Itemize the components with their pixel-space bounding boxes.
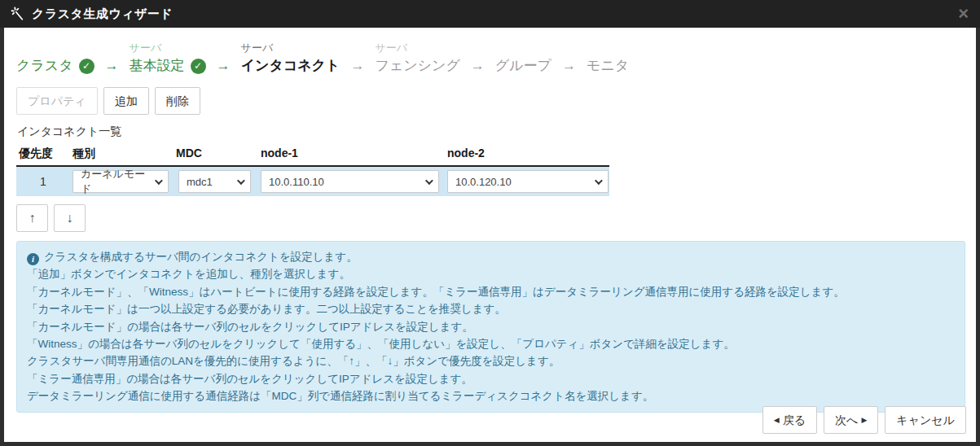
chevron-down-icon xyxy=(155,177,163,185)
step-interconnect[interactable]: サーバ インタコネクト xyxy=(241,39,341,76)
step-arrow-wrap: → xyxy=(105,39,119,76)
dialog-content: クラスタ ✓ → サーバ 基本設定 ✓ → サーバ xyxy=(4,28,976,442)
step-label: モニタ xyxy=(587,56,629,76)
check-icon: ✓ xyxy=(191,59,206,74)
arrow-icon: → xyxy=(350,56,364,76)
step-group[interactable]: グループ xyxy=(495,39,552,76)
mdc-select-value: mdc1 xyxy=(187,176,213,188)
remove-button[interactable]: 削除 xyxy=(155,87,200,115)
back-button[interactable]: ◀戻る xyxy=(762,406,817,434)
header-priority: 優先度 xyxy=(16,146,70,161)
header-type: 種別 xyxy=(70,146,176,161)
toolbar: プロパティ 追加 削除 xyxy=(16,87,966,115)
node2-select[interactable]: 10.0.120.10 xyxy=(447,170,609,193)
header-node1: node-1 xyxy=(261,146,447,161)
chevron-down-icon xyxy=(595,177,603,185)
step-top-label: サーバ xyxy=(130,39,206,56)
step-top-label xyxy=(16,39,94,56)
chevron-down-icon xyxy=(425,177,433,185)
interconnect-list-title: インタコネクト一覧 xyxy=(17,125,966,139)
step-top-label: サーバ xyxy=(241,39,341,56)
chevron-down-icon xyxy=(237,177,245,185)
add-button[interactable]: 追加 xyxy=(103,87,149,115)
back-arrow-icon: ◀ xyxy=(774,417,780,424)
info-line: クラスタサーバ間専用通信のLANを優先的に使用するように、「↑」、「↓」ボタンで… xyxy=(27,352,955,369)
info-line: 「カーネルモード」、「Witness」はハートビートに使用する経路を設定します。… xyxy=(27,283,955,300)
wizard-breadcrumb: クラスタ ✓ → サーバ 基本設定 ✓ → サーバ xyxy=(16,39,966,76)
cluster-wizard-dialog: クラスタ生成ウィザード × クラスタ ✓ → サーバ 基本設定 ✓ xyxy=(0,0,980,446)
step-top-label: サーバ xyxy=(375,39,459,56)
mdc-select[interactable]: mdc1 xyxy=(178,170,251,193)
step-label: インタコネクト xyxy=(241,56,341,76)
node1-select[interactable]: 10.0.110.10 xyxy=(261,170,439,193)
interconnect-table: 優先度 種別 MDC node-1 node-2 1 カーネルモード mdc1 xyxy=(16,146,609,196)
step-cluster[interactable]: クラスタ ✓ xyxy=(16,39,94,76)
info-line: データミラーリング通信に使用する通信経路は「MDC」列で通信経路に割り当てるミラ… xyxy=(27,387,955,404)
priority-value: 1 xyxy=(16,175,70,188)
table-header-row: 優先度 種別 MDC node-1 node-2 xyxy=(16,146,609,167)
info-line: 「Witness」の場合は各サーバ列のセルをクリックして「使用する」、「使用しな… xyxy=(27,335,955,352)
cancel-button[interactable]: キャンセル xyxy=(885,406,966,434)
step-fencing[interactable]: サーバ フェンシング xyxy=(375,39,459,76)
type-select-value: カーネルモード xyxy=(81,167,148,196)
magic-wand-icon xyxy=(11,7,25,21)
next-arrow-icon: ▶ xyxy=(861,417,867,424)
step-arrow-wrap: → xyxy=(471,39,485,76)
step-monitor[interactable]: モニタ xyxy=(587,39,629,76)
close-icon[interactable]: × xyxy=(958,5,969,23)
info-line: iクラスタを構成するサーバ間のインタコネクトを設定します。 xyxy=(27,248,955,265)
node2-select-value: 10.0.120.10 xyxy=(455,176,512,188)
back-label: 戻る xyxy=(783,413,806,427)
step-top-label xyxy=(587,39,629,56)
header-node2: node-2 xyxy=(447,146,609,161)
move-up-button[interactable]: ↑ xyxy=(16,204,48,232)
info-line: 「カーネルモード」は一つ以上設定する必要があります。二つ以上設定することを推奨し… xyxy=(27,300,955,317)
arrow-icon: → xyxy=(217,56,231,76)
step-basic-settings[interactable]: サーバ 基本設定 ✓ xyxy=(130,39,206,76)
info-icon: i xyxy=(27,253,39,265)
title-bar: クラスタ生成ウィザード × xyxy=(0,0,980,28)
info-text: クラスタを構成するサーバ間のインタコネクトを設定します。 xyxy=(44,251,358,263)
step-label: クラスタ xyxy=(16,56,73,76)
check-icon: ✓ xyxy=(79,59,94,74)
move-down-button[interactable]: ↓ xyxy=(54,204,86,232)
step-arrow-wrap: → xyxy=(350,39,364,76)
next-button[interactable]: 次へ▶ xyxy=(824,406,878,434)
info-line: 「ミラー通信専用」の場合は各サーバ列のセルをクリックしてIPアドレスを設定します… xyxy=(27,370,955,387)
arrow-icon: → xyxy=(471,56,485,76)
info-line: 「追加」ボタンでインタコネクトを追加し、種別を選択します。 xyxy=(27,265,955,282)
step-top-label xyxy=(495,39,552,56)
info-box: iクラスタを構成するサーバ間のインタコネクトを設定します。 「追加」ボタンでイン… xyxy=(16,241,965,413)
step-label: 基本設定 xyxy=(130,56,185,76)
type-select[interactable]: カーネルモード xyxy=(73,170,169,193)
dialog-title: クラスタ生成ウィザード xyxy=(32,7,173,22)
step-arrow-wrap: → xyxy=(217,39,231,76)
arrow-icon: → xyxy=(105,56,119,76)
step-label: フェンシング xyxy=(375,56,459,76)
next-label: 次へ xyxy=(835,413,858,427)
table-row: 1 カーネルモード mdc1 10.0.110.10 xyxy=(16,167,609,196)
info-line: 「カーネルモード」の場合は各サーバ列のセルをクリックしてIPアドレスを設定します… xyxy=(27,318,955,335)
step-label: グループ xyxy=(495,56,552,76)
header-mdc: MDC xyxy=(176,146,261,161)
step-arrow-wrap: → xyxy=(562,39,576,76)
arrow-icon: → xyxy=(562,56,576,76)
footer-buttons: ◀戻る 次へ▶ キャンセル xyxy=(762,406,966,434)
priority-order-buttons: ↑ ↓ xyxy=(16,204,966,232)
node1-select-value: 10.0.110.10 xyxy=(269,176,324,188)
property-button[interactable]: プロパティ xyxy=(16,87,98,115)
